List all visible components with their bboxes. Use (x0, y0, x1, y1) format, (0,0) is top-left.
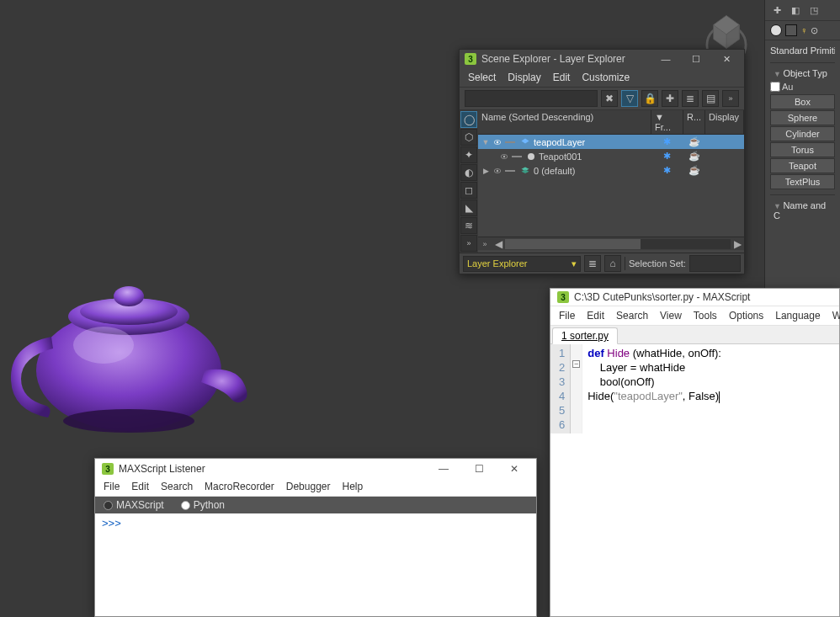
editor-tab[interactable]: 1 sorter.py (552, 327, 618, 344)
menu-file[interactable]: File (104, 481, 120, 492)
side-geometry-icon[interactable]: ⬡ (460, 129, 477, 146)
side-spacewarps-icon[interactable]: ≋ (460, 217, 477, 234)
menu-search[interactable]: Search (161, 481, 193, 492)
freeze-icon[interactable] (505, 141, 515, 143)
mode-python-radio[interactable]: Python (181, 499, 225, 511)
scroll-more-icon[interactable]: » (478, 240, 492, 248)
menu-language[interactable]: Language (775, 310, 820, 322)
hierarchy-tab-icon[interactable]: ◳ (807, 3, 821, 17)
shapes-icon[interactable] (785, 24, 797, 36)
freeze-icon[interactable] (505, 170, 515, 172)
menu-display[interactable]: Display (508, 72, 540, 83)
listener-titlebar[interactable]: MAXScript Listener — ☐ ✕ (95, 459, 536, 479)
tree-row-default[interactable]: ▶ 0 (default) ✱ ☕ (478, 163, 744, 178)
menu-edit[interactable]: Edit (131, 481, 149, 492)
menu-debugger[interactable]: Debugger (286, 481, 331, 492)
visibility-icon[interactable] (493, 167, 502, 175)
selection-set-dropdown[interactable] (689, 255, 741, 272)
catalog-dropdown[interactable]: Standard Primiti (770, 44, 835, 57)
primitive-button-sphere[interactable]: Sphere (770, 110, 835, 125)
col-render[interactable]: R... (683, 110, 705, 134)
footer-hierarchy-icon[interactable]: ⌂ (604, 255, 621, 272)
scroll-left-icon[interactable]: ◀ (492, 238, 505, 250)
menu-window[interactable]: Wind (832, 310, 840, 322)
menu-view[interactable]: View (660, 310, 682, 322)
geometry-icon[interactable] (770, 24, 782, 36)
fold-box-icon[interactable]: − (572, 360, 580, 368)
minimize-button[interactable]: — (653, 52, 678, 66)
menu-macrorecorder[interactable]: MacroRecorder (205, 481, 274, 492)
freeze-icon[interactable] (512, 156, 522, 157)
row-render[interactable]: ☕ (683, 136, 705, 147)
tree-row-teapot001[interactable]: Teapot001 ✱ ☕ (478, 149, 744, 163)
menu-tools[interactable]: Tools (694, 310, 717, 322)
code-text[interactable]: def Hide (whatHide, onOff): Layer = what… (582, 344, 726, 433)
col-display[interactable]: Display (705, 110, 744, 134)
scroll-thumb[interactable] (505, 239, 641, 249)
fold-gutter[interactable]: − (571, 344, 582, 433)
name-color-header[interactable]: Name and C (770, 199, 835, 222)
menu-select[interactable]: Select (468, 72, 496, 83)
menu-edit[interactable]: Edit (553, 72, 571, 83)
maximize-button[interactable]: ☐ (464, 461, 494, 476)
col-frozen[interactable]: ▼ Fr... (651, 110, 683, 134)
side-cameras-icon[interactable]: ◻ (460, 182, 477, 199)
add-layer-icon[interactable]: ✚ (662, 90, 678, 107)
menu-options[interactable]: Options (729, 310, 763, 322)
side-lights-icon[interactable]: ◐ (460, 164, 477, 181)
create-tab-icon[interactable]: ✚ (770, 3, 784, 17)
minimize-button[interactable]: — (428, 461, 459, 476)
object-type-header[interactable]: Object Typ (770, 66, 835, 80)
editor-code-area[interactable]: 1 2 3 4 5 6 − def Hide (whatHide, onOff)… (550, 344, 839, 433)
primitive-button-teapot[interactable]: Teapot (770, 158, 835, 173)
expand-caret-icon[interactable]: ▶ (481, 167, 490, 175)
menu-customize[interactable]: Customize (582, 72, 630, 83)
search-input[interactable] (465, 90, 598, 107)
scroll-right-icon[interactable]: ▶ (731, 238, 744, 250)
row-frozen[interactable]: ✱ (651, 151, 683, 162)
side-more-icon[interactable]: » (460, 235, 477, 252)
scene-explorer-titlebar[interactable]: Scene Explorer - Layer Explorer — ☐ ✕ (460, 50, 744, 68)
expand-caret-icon[interactable]: ▼ (481, 138, 490, 146)
row-render[interactable]: ☕ (683, 165, 705, 176)
side-helpers-icon[interactable]: ◣ (460, 199, 477, 216)
side-all-icon[interactable]: ◯ (460, 111, 477, 128)
cameras-icon[interactable]: ⊙ (811, 25, 818, 36)
scroll-track[interactable] (505, 239, 731, 249)
primitive-button-torus[interactable]: Torus (770, 142, 835, 157)
row-render[interactable]: ☕ (683, 151, 705, 162)
side-shapes-icon[interactable]: ✦ (460, 146, 477, 163)
layers-icon[interactable]: ≣ (682, 90, 699, 107)
modify-tab-icon[interactable]: ◧ (789, 3, 802, 17)
visibility-icon[interactable] (493, 138, 502, 146)
clear-search-icon[interactable]: ✖ (601, 90, 618, 107)
close-button[interactable]: ✕ (714, 52, 739, 66)
menu-file[interactable]: File (559, 310, 575, 322)
listener-output[interactable]: >>> (95, 513, 536, 533)
footer-layers-icon[interactable]: ≣ (584, 255, 601, 272)
column-headers[interactable]: Name (Sorted Descending) ▼ Fr... R... Di… (478, 110, 744, 135)
visibility-icon[interactable] (500, 152, 508, 161)
maximize-button[interactable]: ☐ (683, 52, 709, 66)
layer-tool-icon[interactable]: ▤ (702, 90, 719, 107)
lock-icon[interactable]: 🔒 (641, 90, 658, 107)
menu-edit[interactable]: Edit (587, 310, 604, 322)
menu-search[interactable]: Search (616, 310, 648, 322)
row-frozen[interactable]: ✱ (651, 165, 683, 176)
primitive-button-box[interactable]: Box (770, 94, 835, 109)
editor-titlebar[interactable]: C:\3D CutePunks\sorter.py - MAXScript (550, 289, 839, 306)
col-name[interactable]: Name (Sorted Descending) (478, 110, 651, 134)
chevron-icon[interactable]: » (722, 90, 739, 107)
tree-row-teapodlayer[interactable]: ▼ teapodLayer ✱ ☕ (478, 135, 744, 149)
horizontal-scrollbar[interactable]: » ◀ ▶ (478, 237, 744, 250)
explorer-mode-dropdown[interactable]: Layer Explorer▾ (463, 256, 581, 272)
close-button[interactable]: ✕ (499, 461, 529, 476)
lights-icon[interactable]: ♀ (800, 25, 807, 35)
primitive-button-cylinder[interactable]: Cylinder (770, 126, 835, 141)
filter-icon[interactable]: ▽ (621, 90, 638, 107)
autogrid-checkbox[interactable] (770, 82, 780, 92)
mode-maxscript-radio[interactable]: MAXScript (104, 499, 164, 511)
primitive-button-textplus[interactable]: TextPlus (770, 174, 835, 189)
row-frozen[interactable]: ✱ (651, 136, 683, 147)
menu-help[interactable]: Help (342, 481, 363, 492)
